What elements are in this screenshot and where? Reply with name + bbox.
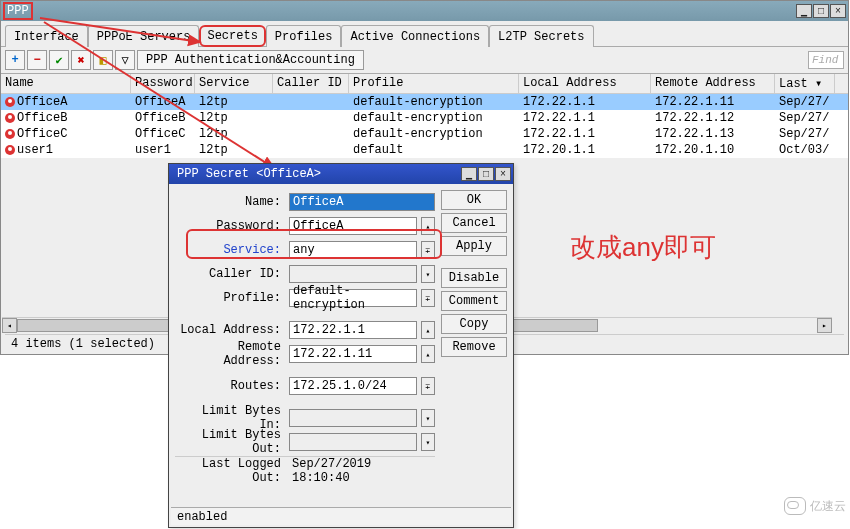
lastlogged-value: Sep/27/2019 18:10:40 bbox=[289, 462, 435, 480]
routes-label: Routes: bbox=[175, 379, 285, 393]
tab-interface[interactable]: Interface bbox=[5, 25, 88, 47]
dialog-title: PPP Secret <OfficeA> bbox=[171, 167, 327, 181]
col-callerid[interactable]: Caller ID bbox=[273, 74, 349, 93]
dialog-close-button[interactable]: × bbox=[495, 167, 511, 181]
remoteaddr-up-icon[interactable]: ▴ bbox=[421, 345, 435, 363]
cell bbox=[273, 126, 349, 142]
table-row[interactable]: OfficeBOfficeBl2tpdefault-encryption172.… bbox=[1, 110, 848, 126]
service-select[interactable]: any bbox=[289, 241, 417, 259]
callerid-down-icon[interactable]: ▾ bbox=[421, 265, 435, 283]
cell: l2tp bbox=[195, 142, 273, 158]
name-input[interactable]: OfficeA bbox=[289, 193, 435, 211]
tab-l2tp-secrets[interactable]: L2TP Secrets bbox=[489, 25, 593, 47]
disable-button[interactable]: ✖ bbox=[71, 50, 91, 70]
cell: OfficeB bbox=[1, 110, 131, 126]
dialog-maximize-button[interactable]: □ bbox=[478, 167, 494, 181]
cell: l2tp bbox=[195, 110, 273, 126]
cell: 172.22.1.1 bbox=[519, 110, 651, 126]
service-dropdown-icon[interactable]: ∓ bbox=[421, 241, 435, 259]
tab-secrets[interactable]: Secrets bbox=[199, 25, 265, 47]
limitout-down-icon[interactable]: ▾ bbox=[421, 433, 435, 451]
tab-profiles[interactable]: Profiles bbox=[266, 25, 342, 47]
password-input[interactable]: OfficeA bbox=[289, 217, 417, 235]
name-label: Name: bbox=[175, 195, 285, 209]
localaddr-input[interactable]: 172.22.1.1 bbox=[289, 321, 417, 339]
enable-button[interactable]: ✔ bbox=[49, 50, 69, 70]
user-icon bbox=[5, 113, 15, 123]
cell: Oct/03/ bbox=[775, 142, 835, 158]
cell bbox=[273, 94, 349, 110]
cell bbox=[273, 110, 349, 126]
table-row[interactable]: OfficeAOfficeAl2tpdefault-encryption172.… bbox=[1, 94, 848, 110]
table-row[interactable]: user1user1l2tpdefault172.20.1.1172.20.1.… bbox=[1, 142, 848, 158]
maximize-button[interactable]: □ bbox=[813, 4, 829, 18]
dialog-minimize-button[interactable]: ▁ bbox=[461, 167, 477, 181]
localaddr-up-icon[interactable]: ▴ bbox=[421, 321, 435, 339]
remove-button[interactable]: − bbox=[27, 50, 47, 70]
profile-select[interactable]: default-encryption bbox=[289, 289, 417, 307]
col-last[interactable]: Last ▾ bbox=[775, 74, 835, 93]
col-local-address[interactable]: Local Address bbox=[519, 74, 651, 93]
window-title: PPP bbox=[3, 2, 33, 20]
service-label: Service: bbox=[175, 243, 285, 257]
cell: OfficeC bbox=[1, 126, 131, 142]
cell: 172.22.1.11 bbox=[651, 94, 775, 110]
cell: OfficeA bbox=[1, 94, 131, 110]
cell: OfficeC bbox=[131, 126, 195, 142]
scroll-right-icon[interactable]: ▸ bbox=[817, 318, 832, 333]
cell: 172.22.1.1 bbox=[519, 126, 651, 142]
table-row[interactable]: OfficeCOfficeCl2tpdefault-encryption172.… bbox=[1, 126, 848, 142]
filter-button[interactable]: ▽ bbox=[115, 50, 135, 70]
ok-button[interactable]: OK bbox=[441, 190, 507, 210]
col-password[interactable]: Password bbox=[131, 74, 195, 93]
limitin-input[interactable] bbox=[289, 409, 417, 427]
limitout-input[interactable] bbox=[289, 433, 417, 451]
col-profile[interactable]: Profile bbox=[349, 74, 519, 93]
cell: 172.22.1.1 bbox=[519, 94, 651, 110]
remove-button[interactable]: Remove bbox=[441, 337, 507, 357]
scroll-left-icon[interactable]: ◂ bbox=[2, 318, 17, 333]
watermark: 亿速云 bbox=[784, 497, 846, 515]
cell: 172.20.1.10 bbox=[651, 142, 775, 158]
tab-active-connections[interactable]: Active Connections bbox=[341, 25, 489, 47]
dialog-status: enabled bbox=[171, 507, 511, 525]
user-icon bbox=[5, 145, 15, 155]
col-remote-address[interactable]: Remote Address bbox=[651, 74, 775, 93]
secrets-table: Name Password Service Caller ID Profile … bbox=[1, 74, 848, 158]
close-button[interactable]: × bbox=[830, 4, 846, 18]
apply-button[interactable]: Apply bbox=[441, 236, 507, 256]
find-input[interactable]: Find bbox=[808, 51, 844, 69]
col-name[interactable]: Name bbox=[1, 74, 131, 93]
comment-button[interactable]: ◧ bbox=[93, 50, 113, 70]
cancel-button[interactable]: Cancel bbox=[441, 213, 507, 233]
routes-input[interactable]: 172.25.1.0/24 bbox=[289, 377, 417, 395]
password-up-icon[interactable]: ▴ bbox=[421, 217, 435, 235]
dialog-button-column: OK Cancel Apply Disable Comment Copy Rem… bbox=[441, 184, 513, 485]
cell: l2tp bbox=[195, 94, 273, 110]
localaddr-label: Local Address: bbox=[175, 323, 285, 337]
lastlogged-label: Last Logged Out: bbox=[175, 457, 285, 485]
minimize-button[interactable]: ▁ bbox=[796, 4, 812, 18]
limitin-down-icon[interactable]: ▾ bbox=[421, 409, 435, 427]
comment-button[interactable]: Comment bbox=[441, 291, 507, 311]
tab-pppoe-servers[interactable]: PPPoE Servers bbox=[88, 25, 200, 47]
ppp-auth-accounting-button[interactable]: PPP Authentication&Accounting bbox=[137, 50, 364, 70]
cell: default-encryption bbox=[349, 94, 519, 110]
main-titlebar: PPP ▁ □ × bbox=[1, 1, 848, 21]
routes-dropdown-icon[interactable]: ∓ bbox=[421, 377, 435, 395]
profile-dropdown-icon[interactable]: ∓ bbox=[421, 289, 435, 307]
add-button[interactable]: + bbox=[5, 50, 25, 70]
remoteaddr-input[interactable]: 172.22.1.11 bbox=[289, 345, 417, 363]
table-header: Name Password Service Caller ID Profile … bbox=[1, 74, 848, 94]
dialog-titlebar: PPP Secret <OfficeA> ▁ □ × bbox=[169, 164, 513, 184]
annotation-text: 改成any即可 bbox=[570, 230, 716, 265]
password-label: Password: bbox=[175, 219, 285, 233]
cell: OfficeA bbox=[131, 94, 195, 110]
callerid-input[interactable] bbox=[289, 265, 417, 283]
copy-button[interactable]: Copy bbox=[441, 314, 507, 334]
cell: Sep/27/ bbox=[775, 110, 835, 126]
cell: default bbox=[349, 142, 519, 158]
cell: OfficeB bbox=[131, 110, 195, 126]
disable-button[interactable]: Disable bbox=[441, 268, 507, 288]
col-service[interactable]: Service bbox=[195, 74, 273, 93]
